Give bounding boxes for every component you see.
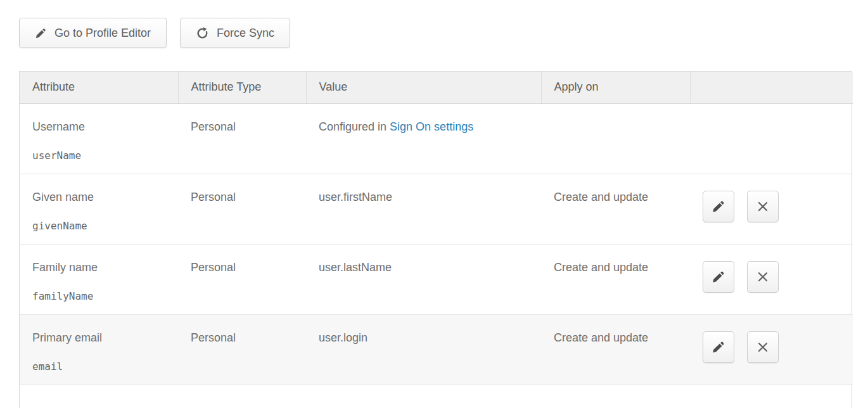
attribute-label: Family name <box>32 261 172 274</box>
attribute-type-cell: Personal <box>178 314 306 385</box>
pencil-icon <box>35 27 47 39</box>
apply-on-cell <box>541 103 690 174</box>
edit-attribute-button[interactable] <box>703 191 734 222</box>
close-icon <box>756 340 770 354</box>
attribute-label: Given name <box>32 191 172 204</box>
apply-on-cell: Create and update <box>541 314 690 385</box>
table-row: Family name familyName Personal user.las… <box>20 244 853 314</box>
delete-attribute-button[interactable] <box>747 331 779 363</box>
actions-cell <box>690 244 853 314</box>
edit-attribute-button[interactable] <box>703 261 734 293</box>
value-prefix: Configured in <box>319 120 390 133</box>
header-attribute: Attribute <box>20 72 178 103</box>
header-value: Value <box>306 72 541 103</box>
apply-on-cell: Create and update <box>541 244 690 314</box>
attribute-name: givenName <box>32 220 172 232</box>
toolbar: Go to Profile Editor Force Sync <box>19 18 290 48</box>
value-cell: user.lastName <box>306 244 541 314</box>
value-cell: user.firstName <box>306 174 541 244</box>
attribute-name: userName <box>32 150 172 162</box>
header-apply-on: Apply on <box>541 72 690 103</box>
sign-on-settings-link[interactable]: Sign On settings <box>390 120 473 133</box>
attribute-type-cell: Personal <box>178 103 306 174</box>
go-to-profile-editor-label: Go to Profile Editor <box>54 27 151 40</box>
edit-attribute-button[interactable] <box>703 331 734 363</box>
attribute-name: email <box>32 360 172 373</box>
force-sync-label: Force Sync <box>217 27 274 40</box>
pencil-icon <box>712 200 725 214</box>
pencil-icon <box>712 270 725 284</box>
attribute-type-cell: Personal <box>178 174 306 244</box>
delete-attribute-button[interactable] <box>747 261 779 293</box>
table-row: Primary email email Personal user.login … <box>20 314 853 385</box>
value-cell: user.login <box>306 314 541 385</box>
table-header-row: Attribute Attribute Type Value Apply on <box>20 72 853 103</box>
attribute-name: familyName <box>32 290 172 302</box>
delete-attribute-button[interactable] <box>747 191 779 222</box>
apply-on-cell: Create and update <box>541 174 690 244</box>
table-row: Username userName Personal Configured in… <box>20 103 853 174</box>
close-icon <box>756 270 770 284</box>
attribute-label: Username <box>32 120 172 134</box>
actions-cell <box>690 103 853 174</box>
attribute-mapping-table: Attribute Attribute Type Value Apply on … <box>19 71 852 408</box>
table-row: Given name givenName Personal user.first… <box>20 174 853 244</box>
attribute-type-cell: Personal <box>178 244 306 314</box>
actions-cell <box>690 314 853 385</box>
actions-cell <box>690 174 853 244</box>
refresh-icon <box>196 27 209 40</box>
close-icon <box>756 200 770 214</box>
header-actions <box>690 72 853 103</box>
attribute-label: Primary email <box>32 331 172 345</box>
header-attribute-type: Attribute Type <box>178 72 306 103</box>
force-sync-button[interactable]: Force Sync <box>180 18 290 48</box>
pencil-icon <box>712 340 725 354</box>
go-to-profile-editor-button[interactable]: Go to Profile Editor <box>19 18 167 48</box>
